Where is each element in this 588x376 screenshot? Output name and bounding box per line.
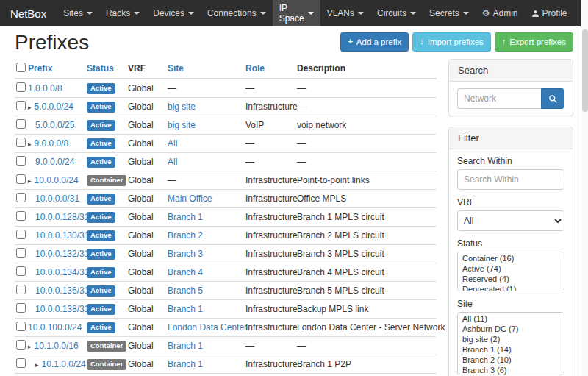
- row-checkbox[interactable]: [16, 230, 26, 239]
- prefix-link[interactable]: 9.0.0.0/24: [35, 157, 74, 167]
- row-checkbox[interactable]: [16, 211, 26, 221]
- page-scrollbar[interactable]: [581, 0, 588, 376]
- row-checkbox[interactable]: [16, 340, 26, 350]
- nav-item-ip-space[interactable]: IP Space: [273, 0, 320, 26]
- prefix-link[interactable]: 10.0.0.130/31: [35, 230, 89, 241]
- site-filter-listbox[interactable]: All (11)Ashburn DC (7)big site (2)Branch…: [457, 312, 564, 375]
- row-checkbox-cell: [15, 282, 28, 300]
- site-link[interactable]: Branch 5: [168, 285, 203, 296]
- row-checkbox[interactable]: [16, 303, 26, 313]
- import-prefixes-button[interactable]: ↓Import prefixes: [412, 32, 491, 52]
- site-filter-option[interactable]: All (11): [458, 313, 564, 324]
- site-link[interactable]: All: [168, 138, 177, 149]
- role-cell: Infrastructure: [245, 245, 297, 263]
- site-link[interactable]: Main Office: [168, 194, 212, 204]
- site-link[interactable]: All: [168, 157, 177, 167]
- export-prefixes-button[interactable]: ↑Export prefixes: [495, 32, 573, 52]
- site-link[interactable]: Branch 1: [168, 212, 203, 222]
- status-filter-option[interactable]: Active (74): [458, 263, 564, 274]
- row-checkbox[interactable]: [16, 156, 26, 166]
- site-link[interactable]: Branch 2: [168, 230, 203, 241]
- prefix-link[interactable]: 10.0.0.0/24: [35, 175, 79, 185]
- select-all-checkbox[interactable]: [16, 63, 26, 72]
- column-sort-site[interactable]: Site: [168, 63, 184, 74]
- search-input[interactable]: [457, 88, 541, 109]
- search-within-input[interactable]: [457, 169, 564, 190]
- search-button[interactable]: [541, 88, 564, 109]
- prefix-link[interactable]: 10.0.0.138/31: [35, 304, 89, 314]
- row-checkbox[interactable]: [16, 119, 26, 129]
- prefix-link[interactable]: 10.0.0.134/31: [35, 267, 89, 277]
- status-cell: Active: [87, 300, 128, 319]
- prefix-link[interactable]: 10.0.0.0/31: [35, 194, 79, 204]
- site-link[interactable]: big site: [168, 102, 196, 112]
- site-link[interactable]: Branch 3: [168, 249, 203, 259]
- vrf-cell: Global: [128, 263, 168, 282]
- site-filter-option[interactable]: Ashburn DC (7): [458, 324, 564, 334]
- import-icon: ↓: [420, 36, 424, 47]
- status-filter-option[interactable]: Reserved (4): [458, 274, 564, 284]
- site-filter-option[interactable]: Branch 3 (6): [458, 365, 564, 375]
- nav-admin[interactable]: ⚙Admin: [476, 0, 525, 26]
- brand-netbox[interactable]: NetBox: [0, 0, 57, 26]
- prefix-link[interactable]: 5.0.0.0/25: [35, 120, 74, 130]
- column-header-vrf: VRF: [128, 59, 168, 79]
- prefix-link[interactable]: 10.0.0.132/31: [35, 249, 89, 259]
- nav-item-vlans[interactable]: VLANs: [320, 0, 370, 26]
- add-prefix-button[interactable]: +Add a prefix: [340, 32, 409, 52]
- row-checkbox[interactable]: [16, 322, 26, 331]
- row-checkbox[interactable]: [16, 82, 26, 92]
- site-link[interactable]: Branch 4: [168, 267, 203, 277]
- chevron-down-icon: [188, 12, 194, 15]
- site-cell: big site: [168, 116, 245, 135]
- prefix-row: 10.0.0.134/31ActiveGlobalBranch 4Infrast…: [15, 263, 437, 282]
- row-checkbox[interactable]: [16, 285, 26, 294]
- prefix-link[interactable]: 10.0.0.136/31: [35, 285, 89, 296]
- row-checkbox[interactable]: [16, 101, 26, 110]
- nav-item-racks[interactable]: Racks: [99, 0, 146, 26]
- row-checkbox[interactable]: [16, 193, 26, 202]
- prefix-link[interactable]: 9.0.0.0/8: [35, 138, 69, 149]
- row-checkbox[interactable]: [16, 138, 26, 147]
- site-link[interactable]: Branch 1: [168, 359, 203, 369]
- prefix-table-container: PrefixStatusVRFSiteRoleDescription 1.0.0…: [15, 59, 437, 376]
- vrf-select[interactable]: All: [457, 210, 564, 231]
- site-filter-option[interactable]: big site (2): [458, 334, 564, 344]
- site-link[interactable]: London Data Center: [168, 322, 247, 333]
- prefix-link[interactable]: 10.1.0.0/24: [42, 359, 86, 369]
- row-checkbox[interactable]: [16, 174, 26, 184]
- nav-item-secrets[interactable]: Secrets: [423, 0, 476, 26]
- nav-item-connections[interactable]: Connections: [201, 0, 273, 26]
- site-cell: Branch 2: [168, 227, 245, 245]
- site-link[interactable]: big site: [168, 120, 196, 130]
- site-link[interactable]: Branch 1: [168, 341, 203, 351]
- column-sort-status[interactable]: Status: [87, 63, 114, 74]
- site-filter-option[interactable]: Branch 1 (14): [458, 344, 564, 355]
- row-checkbox-cell: [15, 355, 28, 374]
- prefix-link[interactable]: 5.0.0.0/24: [35, 102, 74, 112]
- nav-item-devices[interactable]: Devices: [146, 0, 201, 26]
- status-filter-option[interactable]: Deprecated (1): [458, 284, 564, 291]
- row-checkbox[interactable]: [16, 248, 26, 258]
- vrf-cell: Global: [128, 171, 168, 190]
- nav-profile[interactable]: Profile: [525, 0, 574, 26]
- prefix-link[interactable]: 10.0.0.128/31: [35, 212, 89, 222]
- column-sort-role[interactable]: Role: [245, 63, 265, 74]
- row-checkbox[interactable]: [16, 266, 26, 276]
- prefix-row: 10.0.0.128/31ActiveGlobalBranch 1Infrast…: [15, 208, 437, 227]
- site-link[interactable]: Branch 1: [168, 304, 203, 314]
- role-cell: Infrastructure: [245, 300, 297, 319]
- prefix-link[interactable]: 10.0.100.0/24: [28, 322, 82, 333]
- site-filter-option[interactable]: Branch 2 (10): [458, 355, 564, 365]
- column-sort-prefix[interactable]: Prefix: [28, 63, 52, 74]
- nav-item-sites[interactable]: Sites: [57, 0, 99, 26]
- prefix-link[interactable]: 10.1.0.0/16: [35, 341, 79, 351]
- row-checkbox-cell: [15, 116, 28, 135]
- status-filter-listbox[interactable]: Container (16)Active (74)Reserved (4)Dep…: [457, 252, 564, 291]
- prefix-link[interactable]: 1.0.0.0/8: [28, 83, 62, 93]
- status-filter-option[interactable]: Container (16): [458, 253, 564, 263]
- row-checkbox[interactable]: [16, 358, 26, 368]
- nav-item-label: Sites: [63, 8, 83, 18]
- page-scrollbar-thumb[interactable]: [582, 29, 588, 112]
- nav-item-circuits[interactable]: Circuits: [370, 0, 423, 26]
